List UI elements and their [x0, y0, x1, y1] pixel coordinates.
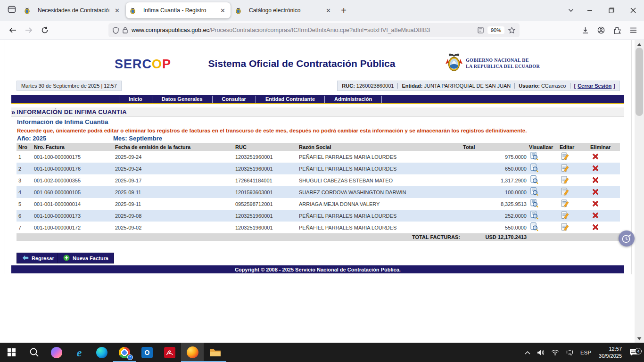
url-host: www.compraspublicas.gob.ec	[132, 27, 209, 33]
visualizar-document-magnifier-icon	[530, 175, 538, 184]
start-button[interactable]	[0, 343, 23, 362]
tray-cast-display[interactable]	[562, 343, 577, 362]
nav-item-entidad-contratante[interactable]: Entidad Contratante	[256, 96, 325, 103]
tray-language-indicator[interactable]: ESP	[577, 343, 594, 362]
main-navigation: Inicio Datos Generales Consultar Entidad…	[11, 95, 624, 104]
bookmark-star-icon[interactable]	[508, 27, 515, 33]
nueva-factura-button[interactable]: Nueva Factura	[58, 253, 114, 263]
year-value: 2025	[33, 135, 46, 142]
eliminar-red-x-icon	[592, 176, 599, 184]
taskbar-copilot-button[interactable]	[45, 343, 68, 362]
editar-action[interactable]	[558, 223, 588, 232]
editar-action[interactable]	[558, 199, 588, 209]
scrollbar-thumb[interactable]	[636, 48, 643, 116]
editar-action[interactable]	[558, 152, 588, 162]
tab-catalogo[interactable]: Catálogo electrónico ✕	[231, 2, 336, 18]
editar-action[interactable]	[558, 188, 588, 197]
tab-close-icon[interactable]: ✕	[324, 7, 333, 14]
new-tab-button[interactable]: +	[337, 3, 351, 17]
shield-icon[interactable]	[113, 27, 119, 34]
tab-necesidades[interactable]: Necesidades de Contratación y ✕	[20, 2, 125, 18]
sercop-logo-blue: SERC	[115, 57, 152, 71]
eliminar-action[interactable]	[588, 176, 620, 185]
eliminar-red-x-icon	[592, 200, 599, 207]
tray-volume[interactable]	[534, 343, 548, 362]
nav-item-consultar[interactable]: Consultar	[213, 96, 256, 103]
scrollbar-up-arrow[interactable]	[635, 41, 644, 48]
tab-close-icon[interactable]: ✕	[218, 7, 227, 14]
taskbar-internet-explorer-button[interactable]: e	[68, 343, 91, 362]
downloads-button[interactable]	[577, 23, 593, 38]
eliminar-action[interactable]	[588, 165, 620, 173]
visualizar-action[interactable]	[527, 211, 558, 221]
firefox-view-button[interactable]	[4, 3, 20, 17]
taskbar-firefox-button[interactable]	[181, 343, 204, 362]
tray-clock[interactable]: 12:57 30/9/2025	[594, 346, 626, 360]
invoice-table: Nro Nro. Factura Fecha de emisión de la …	[17, 143, 620, 241]
editar-action[interactable]	[558, 211, 588, 221]
eliminar-action[interactable]	[588, 223, 620, 232]
tray-date: 30/9/2025	[599, 353, 622, 360]
total-facturas-label: TOTAL FACTURAS:	[17, 234, 461, 240]
entity-label: Entidad:	[402, 83, 422, 89]
eliminar-action[interactable]	[588, 153, 620, 161]
tab-infima-cuantia[interactable]: Infima Cuantía - Registro ✕	[126, 2, 231, 18]
taskbar-acrobat-button[interactable]	[158, 343, 181, 362]
reload-button[interactable]	[37, 23, 53, 38]
visualizar-action[interactable]	[527, 187, 558, 197]
cell-nro: 2	[17, 166, 32, 172]
account-button[interactable]	[593, 23, 609, 38]
eliminar-action[interactable]	[588, 212, 620, 220]
search-icon	[29, 347, 39, 357]
sercop-logo: SERCOP	[115, 57, 171, 72]
tray-show-hidden-icons[interactable]	[521, 343, 534, 362]
tab-close-icon[interactable]: ✕	[113, 7, 122, 14]
breadcrumb-marker: »	[11, 108, 15, 116]
nav-item-inicio[interactable]: Inicio	[119, 96, 152, 103]
menu-button[interactable]	[625, 23, 641, 38]
logout-link[interactable]: Cerrar Sesión	[578, 83, 611, 89]
edge-icon	[96, 347, 107, 358]
lock-icon[interactable]	[123, 27, 128, 33]
window-minimize-button[interactable]	[579, 0, 601, 21]
tray-time: 12:57	[599, 346, 622, 353]
scrollbar-down-arrow[interactable]	[635, 335, 644, 342]
taskbar-edge-button[interactable]	[91, 343, 113, 362]
tray-wifi[interactable]	[548, 343, 562, 362]
forward-button[interactable]	[21, 23, 37, 38]
reader-mode-icon[interactable]	[478, 27, 484, 33]
visualizar-action[interactable]	[527, 164, 558, 173]
screen-recorder-widget[interactable]	[619, 230, 635, 247]
tray-notifications-button[interactable]: 4	[626, 348, 644, 357]
nav-item-datos-generales[interactable]: Datos Generales	[152, 96, 213, 103]
eliminar-action[interactable]	[588, 188, 620, 197]
list-all-tabs-button[interactable]	[563, 3, 579, 17]
timer-clock-icon	[621, 233, 632, 244]
chevron-up-icon	[525, 351, 530, 354]
visualizar-action[interactable]	[527, 152, 558, 162]
taskbar-file-explorer-button[interactable]	[204, 343, 226, 362]
page-scrollbar[interactable]	[635, 40, 644, 343]
extensions-button[interactable]	[609, 23, 625, 38]
editar-action[interactable]	[558, 164, 588, 173]
notification-count-badge: 4	[635, 348, 642, 354]
taskbar-outlook-button[interactable]: O	[136, 343, 158, 362]
ecuador-crest-favicon	[129, 7, 136, 14]
visualizar-action[interactable]	[527, 175, 558, 185]
visualizar-action[interactable]	[527, 199, 558, 209]
editar-action[interactable]	[558, 176, 588, 185]
back-button[interactable]	[5, 23, 21, 38]
regresar-button[interactable]: Regresar	[17, 253, 60, 263]
window-close-button[interactable]	[622, 0, 644, 21]
acrobat-icon	[164, 347, 175, 358]
browser-tab-strip: Necesidades de Contratación y ✕ Infima C…	[0, 0, 644, 21]
window-maximize-button[interactable]	[601, 0, 622, 21]
eliminar-action[interactable]	[588, 200, 620, 208]
zoom-level-chip[interactable]: 90%	[487, 26, 504, 34]
taskbar-search-button[interactable]	[23, 343, 45, 362]
taskbar-chrome-button[interactable]	[113, 343, 136, 362]
nav-item-administracion[interactable]: Administración	[325, 96, 382, 103]
address-bar[interactable]: www.compraspublicas.gob.ec /ProcesoContr…	[108, 23, 520, 37]
visualizar-action[interactable]	[527, 222, 558, 232]
cell-razon-social: SHUGULI CABEZAS ESTEBAN MATEO	[297, 178, 461, 183]
